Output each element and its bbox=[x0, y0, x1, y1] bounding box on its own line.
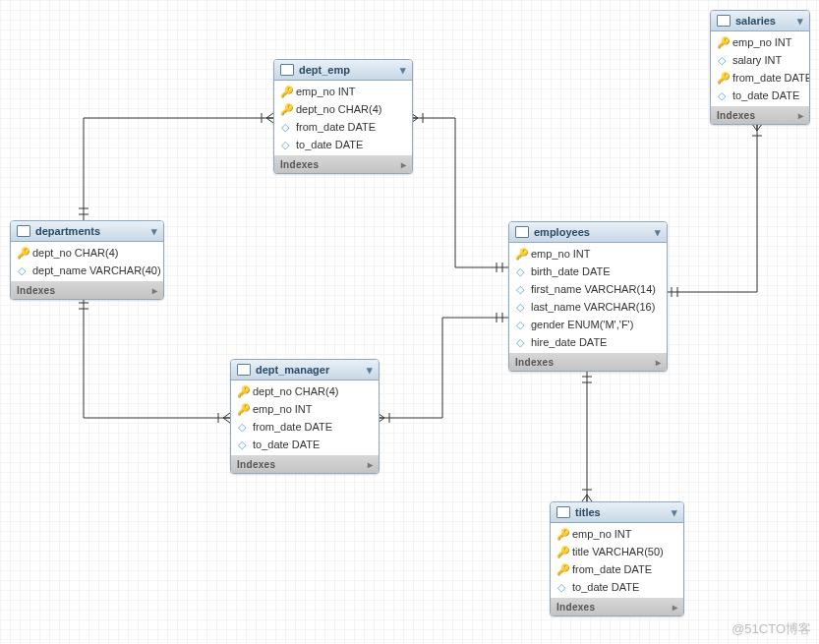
column-text: birth_date DATE bbox=[531, 265, 611, 277]
diamond-icon: ◇ bbox=[280, 121, 290, 134]
column-row[interactable]: ◇ to_date DATE bbox=[231, 436, 379, 453]
column-row[interactable]: ◇ from_date DATE bbox=[231, 418, 379, 436]
table-title: dept_manager bbox=[256, 364, 329, 376]
diamond-icon: ◇ bbox=[717, 89, 727, 102]
column-row[interactable]: 🔑 emp_no INT bbox=[711, 33, 809, 51]
column-text: from_date DATE bbox=[572, 563, 652, 575]
diamond-icon: ◇ bbox=[280, 139, 290, 151]
table-title: dept_emp bbox=[299, 64, 350, 76]
indexes-section[interactable]: Indexes ▸ bbox=[11, 281, 163, 299]
indexes-label: Indexes bbox=[280, 159, 319, 170]
diamond-icon: ◇ bbox=[515, 301, 525, 314]
collapse-icon[interactable]: ▾ bbox=[367, 364, 373, 377]
column-text: hire_date DATE bbox=[531, 336, 607, 348]
column-row[interactable]: ◇ hire_date DATE bbox=[509, 333, 667, 351]
key-icon: 🔑 bbox=[556, 546, 566, 558]
table-dept_emp[interactable]: dept_emp ▾ 🔑 emp_no INT 🔑 dept_no CHAR(4… bbox=[273, 59, 413, 174]
diamond-icon: ◇ bbox=[515, 319, 525, 331]
column-text: title VARCHAR(50) bbox=[572, 546, 664, 557]
table-header[interactable]: salaries ▾ bbox=[711, 11, 809, 31]
column-text: gender ENUM('M','F') bbox=[531, 319, 633, 330]
indexes-section[interactable]: Indexes ▸ bbox=[509, 353, 667, 371]
column-row[interactable]: 🔑 from_date DATE bbox=[711, 69, 809, 87]
column-row[interactable]: 🔑 from_date DATE bbox=[551, 560, 683, 578]
column-row[interactable]: ◇ gender ENUM('M','F') bbox=[509, 316, 667, 333]
table-dept_manager[interactable]: dept_manager ▾ 🔑 dept_no CHAR(4) 🔑 emp_n… bbox=[230, 359, 380, 474]
key-icon: 🔑 bbox=[280, 86, 290, 98]
column-row[interactable]: 🔑 emp_no INT bbox=[509, 245, 667, 263]
key-icon: 🔑 bbox=[717, 36, 727, 49]
collapse-icon[interactable]: ▾ bbox=[672, 506, 677, 519]
column-row[interactable]: 🔑 dept_no CHAR(4) bbox=[11, 244, 163, 262]
column-text: emp_no INT bbox=[253, 403, 313, 415]
column-row[interactable]: 🔑 emp_no INT bbox=[231, 400, 379, 418]
column-row[interactable]: ◇ birth_date DATE bbox=[509, 263, 667, 280]
column-text: to_date DATE bbox=[296, 139, 363, 150]
column-row[interactable]: 🔑 emp_no INT bbox=[274, 83, 412, 100]
collapse-icon[interactable]: ▾ bbox=[400, 64, 406, 77]
column-list: 🔑 dept_no CHAR(4) ◇ dept_name VARCHAR(40… bbox=[11, 242, 163, 281]
column-row[interactable]: 🔑 title VARCHAR(50) bbox=[551, 543, 683, 560]
column-text: to_date DATE bbox=[572, 581, 639, 593]
table-header[interactable]: titles ▾ bbox=[551, 502, 683, 523]
column-row[interactable]: ◇ to_date DATE bbox=[711, 87, 809, 104]
key-icon: 🔑 bbox=[17, 247, 27, 260]
column-list: 🔑 emp_no INT ◇ birth_date DATE ◇ first_n… bbox=[509, 243, 667, 353]
indexes-section[interactable]: Indexes ▸ bbox=[551, 598, 683, 615]
table-title: salaries bbox=[735, 15, 776, 27]
column-row[interactable]: ◇ to_date DATE bbox=[274, 136, 412, 153]
column-row[interactable]: ◇ salary INT bbox=[711, 51, 809, 69]
column-row[interactable]: ◇ to_date DATE bbox=[551, 578, 683, 596]
watermark: @51CTO博客 bbox=[731, 620, 811, 638]
diamond-icon: ◇ bbox=[515, 336, 525, 349]
table-header[interactable]: employees ▾ bbox=[509, 222, 667, 243]
table-titles[interactable]: titles ▾ 🔑 emp_no INT 🔑 title VARCHAR(50… bbox=[550, 501, 684, 616]
column-text: emp_no INT bbox=[732, 36, 792, 48]
diamond-icon: ◇ bbox=[237, 439, 247, 451]
table-employees[interactable]: employees ▾ 🔑 emp_no INT ◇ birth_date DA… bbox=[508, 221, 668, 372]
table-header[interactable]: dept_emp ▾ bbox=[274, 60, 412, 81]
diamond-icon: ◇ bbox=[515, 265, 525, 278]
table-salaries[interactable]: salaries ▾ 🔑 emp_no INT ◇ salary INT 🔑 f… bbox=[710, 10, 810, 125]
chevron-right-icon: ▸ bbox=[673, 602, 677, 613]
table-title: employees bbox=[534, 226, 590, 238]
table-header[interactable]: departments ▾ bbox=[11, 221, 163, 242]
key-icon: 🔑 bbox=[237, 403, 247, 416]
erd-canvas[interactable]: salaries ▾ 🔑 emp_no INT ◇ salary INT 🔑 f… bbox=[0, 0, 819, 644]
column-text: from_date DATE bbox=[253, 421, 332, 433]
diamond-icon: ◇ bbox=[17, 264, 27, 277]
chevron-right-icon: ▸ bbox=[401, 159, 406, 170]
column-row[interactable]: ◇ first_name VARCHAR(14) bbox=[509, 280, 667, 298]
table-icon bbox=[17, 225, 30, 237]
table-icon bbox=[556, 506, 570, 518]
column-row[interactable]: ◇ from_date DATE bbox=[274, 118, 412, 136]
indexes-section[interactable]: Indexes ▸ bbox=[274, 155, 412, 173]
table-icon bbox=[237, 364, 251, 376]
column-row[interactable]: 🔑 dept_no CHAR(4) bbox=[231, 382, 379, 400]
key-icon: 🔑 bbox=[556, 528, 566, 541]
chevron-right-icon: ▸ bbox=[368, 459, 373, 470]
indexes-section[interactable]: Indexes ▸ bbox=[231, 455, 379, 473]
column-row[interactable]: ◇ last_name VARCHAR(16) bbox=[509, 298, 667, 316]
collapse-icon[interactable]: ▾ bbox=[797, 15, 803, 28]
collapse-icon[interactable]: ▾ bbox=[151, 225, 157, 238]
column-row[interactable]: 🔑 emp_no INT bbox=[551, 525, 683, 543]
column-text: emp_no INT bbox=[296, 86, 356, 97]
column-row[interactable]: ◇ dept_name VARCHAR(40) bbox=[11, 262, 163, 279]
table-header[interactable]: dept_manager ▾ bbox=[231, 360, 379, 381]
column-row[interactable]: 🔑 dept_no CHAR(4) bbox=[274, 100, 412, 118]
column-list: 🔑 dept_no CHAR(4) 🔑 emp_no INT ◇ from_da… bbox=[231, 381, 379, 455]
chevron-right-icon: ▸ bbox=[152, 285, 157, 296]
diamond-icon: ◇ bbox=[556, 581, 566, 594]
column-text: to_date DATE bbox=[732, 89, 799, 101]
collapse-icon[interactable]: ▾ bbox=[655, 226, 661, 239]
table-title: titles bbox=[575, 506, 601, 518]
diamond-icon: ◇ bbox=[237, 421, 247, 434]
indexes-section[interactable]: Indexes ▸ bbox=[711, 106, 809, 124]
column-list: 🔑 emp_no INT 🔑 title VARCHAR(50) 🔑 from_… bbox=[551, 523, 683, 598]
key-icon: 🔑 bbox=[515, 248, 525, 261]
column-text: salary INT bbox=[732, 54, 782, 66]
diamond-icon: ◇ bbox=[515, 283, 525, 296]
table-title: departments bbox=[35, 225, 100, 237]
table-departments[interactable]: departments ▾ 🔑 dept_no CHAR(4) ◇ dept_n… bbox=[10, 220, 164, 300]
